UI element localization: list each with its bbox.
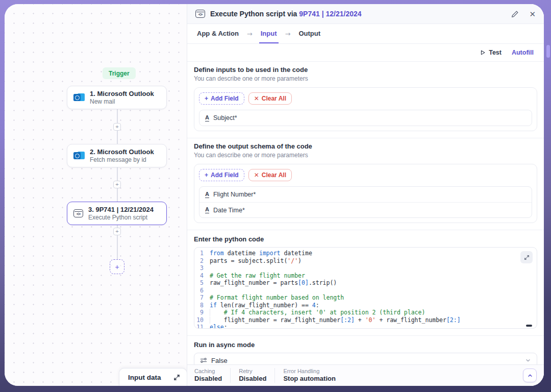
workflow-node-outlook-fetch-message[interactable]: 2. Microsoft Outlook Fetch message by id <box>67 144 167 167</box>
expand-code-button[interactable] <box>520 251 533 263</box>
code-line: 2parts = subject.split('/') <box>194 257 537 265</box>
add-step-button[interactable]: + <box>113 123 121 131</box>
footer-stat-caching: Caching Disabled <box>194 368 230 383</box>
section-async-mode: Run in async mode False <box>187 336 544 364</box>
node-title: 1. Microsoft Outlook <box>90 90 154 98</box>
section-output-schema: Define the output schema of the code You… <box>187 138 544 230</box>
footer-stat-error-handling: Error Handling Stop automation <box>274 368 344 383</box>
input-data-drawer[interactable]: Input data <box>119 368 187 386</box>
panel-tab-bar: App & Action → Input → Output <box>187 24 544 44</box>
add-step-button[interactable]: + <box>113 181 121 188</box>
node-subtitle: Execute Python script <box>88 214 154 222</box>
code-line: 10 flight_number = raw_flight_number[:2]… <box>194 316 537 324</box>
arrow-icon: → <box>247 30 253 38</box>
code-window-icon <box>195 10 205 18</box>
field-row-date-time[interactable]: A Date Time* <box>199 202 532 217</box>
panel-title: Execute Python script via 9P741 | 12/21/… <box>210 10 362 18</box>
text-type-icon: A <box>205 207 209 213</box>
footer-stat-retry: Retry Disabled <box>230 368 274 383</box>
autofill-button[interactable]: Autofill <box>512 49 534 56</box>
inputs-field-container: + Add Field ✕ Clear All A Subject* <box>194 87 537 131</box>
workflow-node-python-script-selected[interactable]: 3. 9P741 | 12/21/2024 Execute Python scr… <box>67 202 167 225</box>
boolean-sliders-icon <box>200 357 207 363</box>
x-icon: ✕ <box>254 95 259 102</box>
pencil-icon <box>511 10 519 18</box>
async-mode-select[interactable]: False <box>194 353 537 364</box>
code-line: 5raw_flight_number = parts[0].strip() <box>194 279 537 287</box>
text-type-icon: A <box>205 115 209 121</box>
output-field-container: + Add Field ✕ Clear All A Flight Number* <box>194 164 537 223</box>
test-button[interactable]: Test <box>480 49 502 56</box>
code-editor[interactable]: 1from datetime import datetime2parts = s… <box>194 247 537 329</box>
code-line: 3 <box>194 264 537 272</box>
code-lines: 1from datetime import datetime2parts = s… <box>194 248 537 329</box>
clear-all-button[interactable]: ✕ Clear All <box>248 169 292 181</box>
text-type-icon: A <box>205 191 209 198</box>
plus-icon: + <box>205 172 208 179</box>
expand-icon[interactable] <box>173 374 180 381</box>
stat-value: Disabled <box>239 375 266 383</box>
tab-input[interactable]: Input <box>259 24 279 43</box>
field-label: Date Time* <box>213 207 245 214</box>
section-heading: Run in async mode <box>194 341 537 349</box>
stat-label: Error Handling <box>283 368 336 375</box>
trigger-badge: Trigger <box>103 67 136 79</box>
add-step-button[interactable]: + <box>113 228 121 235</box>
expand-icon <box>524 255 530 260</box>
workflow-node-outlook-new-mail[interactable]: 1. Microsoft Outlook New mail <box>67 86 167 109</box>
stat-value: Stop automation <box>283 375 336 383</box>
node-title: 3. 9P741 | 12/21/2024 <box>88 206 154 214</box>
play-icon <box>480 50 486 56</box>
section-heading: Enter the python code <box>194 235 537 243</box>
panel-title-accent: 9P741 | 12/21/2024 <box>299 10 361 18</box>
async-mode-value: False <box>211 357 228 364</box>
code-line: 8if len(raw_flight_number) == 4: <box>194 302 537 309</box>
clear-all-button[interactable]: ✕ Clear All <box>248 92 292 105</box>
add-field-button[interactable]: + Add Field <box>199 169 244 181</box>
section-heading: Define inputs to be used in the code <box>194 66 537 74</box>
section-heading: Define the output schema of the code <box>194 142 537 150</box>
test-toolbar: Test Autofill <box>187 44 544 62</box>
code-hscrollbar-thumb[interactable] <box>526 325 532 327</box>
code-window-icon <box>73 209 83 217</box>
arrow-icon: → <box>285 30 291 38</box>
chevron-up-icon <box>527 373 533 379</box>
node-subtitle: Fetch message by id <box>90 156 154 164</box>
section-define-inputs: Define inputs to be used in the code You… <box>187 62 544 138</box>
x-icon: ✕ <box>254 172 259 179</box>
tab-output[interactable]: Output <box>297 24 322 43</box>
node-title: 2. Microsoft Outlook <box>90 148 154 156</box>
panel-content: Define inputs to be used in the code You… <box>187 62 544 364</box>
stat-label: Caching <box>194 368 222 375</box>
add-field-button[interactable]: + Add Field <box>199 92 244 105</box>
plus-icon: + <box>205 95 208 102</box>
code-line: 7# Format flight number based on length <box>194 294 537 302</box>
edit-name-button[interactable] <box>511 10 519 18</box>
field-row-flight-number[interactable]: A Flight Number* <box>199 187 532 202</box>
close-panel-button[interactable]: ✕ <box>529 10 536 18</box>
field-row-subject[interactable]: A Subject* <box>199 110 532 126</box>
stat-value: Disabled <box>194 375 222 383</box>
close-icon: ✕ <box>529 10 536 18</box>
section-subtext: You can describe one or more parameters <box>194 75 537 82</box>
code-line: 4# Get the raw flight number <box>194 272 537 280</box>
section-python-code: Enter the python code 1from datetime imp… <box>187 230 544 336</box>
stat-label: Retry <box>239 368 266 375</box>
tab-app-and-action[interactable]: App & Action <box>195 24 240 43</box>
outlook-icon <box>73 151 85 161</box>
field-label: Flight Number* <box>213 191 256 198</box>
collapse-footer-button[interactable] <box>523 369 537 382</box>
input-data-label: Input data <box>128 374 161 381</box>
panel-footer: Caching Disabled Retry Disabled Error Ha… <box>187 364 544 386</box>
window-scrollbar-thumb[interactable] <box>546 45 550 58</box>
code-line: 11else: <box>194 324 537 329</box>
panel-header: Execute Python script via 9P741 | 12/21/… <box>187 4 544 24</box>
chevron-down-icon <box>525 357 531 363</box>
step-settings-panel: Execute Python script via 9P741 | 12/21/… <box>187 4 544 386</box>
section-subtext: You can describe one or more parameters <box>194 152 537 159</box>
outlook-icon <box>73 92 85 103</box>
code-line: 1from datetime import datetime <box>194 250 537 257</box>
workflow-app-window: Trigger 1. Microsoft Outlook New mail + … <box>5 4 544 386</box>
code-line: 9 # If 4 characters, insert '0' at posit… <box>194 309 537 316</box>
add-next-step-placeholder[interactable]: + <box>110 259 124 274</box>
